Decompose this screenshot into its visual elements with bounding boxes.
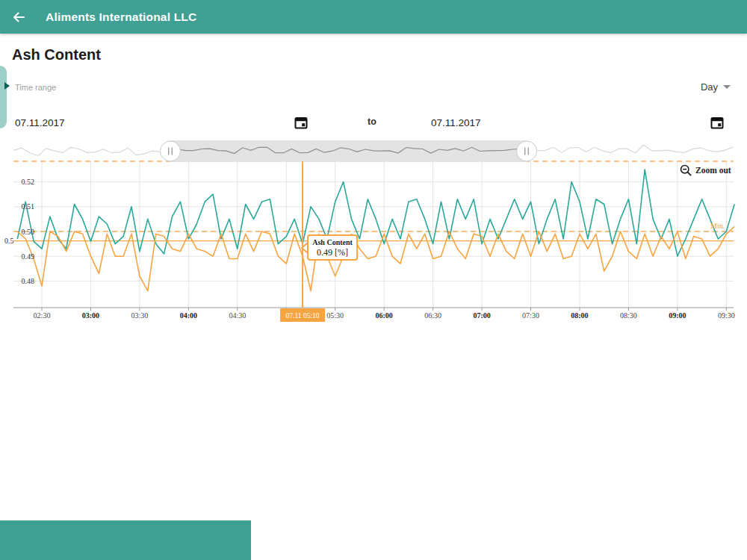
zoom-out-label: Zoom out [695, 166, 731, 175]
tooltip-title: Ash Content [312, 238, 353, 246]
app-bar: Aliments International LLC [0, 0, 747, 34]
x-tick-label: 03:00 [82, 311, 99, 320]
x-tick-label: 09:00 [669, 311, 686, 320]
calendar-icon[interactable] [710, 115, 725, 130]
x-tick-label: 04:00 [180, 311, 197, 320]
calendar-icon[interactable] [294, 115, 309, 130]
from-date-input[interactable]: 07.11.2017 [15, 117, 65, 128]
time-series-chart[interactable]: 02:3003:0003:3004:0004:3005:3006:0006:30… [0, 138, 747, 329]
app-root: Aliments International LLC Ash Content T… [0, 0, 747, 560]
interval-value: Day [701, 81, 718, 93]
threshold-axis-label: 0.5 [4, 237, 14, 245]
tooltip: Ash Content0.49 [%] [302, 235, 357, 260]
to-date-input[interactable]: 07.11.2017 [431, 117, 481, 128]
y-tick-label: 0.48 [22, 277, 35, 285]
x-tick-label: 06:30 [424, 311, 441, 320]
cursor-axis-label: 07.11 05:10 [286, 312, 320, 320]
y-tick-label: 0.49 [22, 252, 35, 261]
navigator-left-handle[interactable] [161, 141, 181, 161]
zoom-out-icon [680, 164, 692, 176]
chevron-right-icon[interactable] [4, 82, 10, 90]
x-tick-label: 03:30 [131, 311, 149, 320]
x-tick-label: 05:30 [326, 311, 344, 320]
page-title: Ash Content [12, 46, 101, 63]
bottom-bar [0, 520, 251, 560]
y-tick-label: 0.50 [22, 228, 35, 236]
time-range-label: Time range [15, 83, 56, 92]
x-tick-label: 08:30 [620, 311, 637, 320]
chevron-down-icon [723, 85, 731, 89]
x-tick-label: 07:30 [522, 311, 539, 320]
series-line-teal [17, 169, 734, 256]
min-threshold-label: Min. [710, 222, 725, 230]
x-tick-label: 08:00 [571, 311, 588, 320]
x-tick-label: 06:00 [375, 311, 392, 320]
x-tick-label: 04:30 [229, 311, 246, 320]
y-tick-label: 0.51 [22, 202, 35, 211]
x-tick-label: 02:30 [34, 311, 51, 320]
zoom-out-button[interactable]: Zoom out [680, 164, 731, 176]
navigator-right-handle[interactable] [517, 141, 537, 161]
y-tick-label: 0.52 [22, 178, 35, 186]
x-tick-label: 07:00 [473, 311, 490, 320]
tooltip-value: 0.49 [%] [317, 247, 348, 258]
to-label: to [368, 116, 376, 127]
back-arrow-icon[interactable] [10, 8, 28, 26]
app-bar-title: Aliments International LLC [46, 10, 196, 24]
drawer-handle[interactable] [0, 66, 7, 128]
interval-select[interactable]: Day [701, 81, 731, 93]
x-tick-label: 09:30 [718, 311, 735, 320]
